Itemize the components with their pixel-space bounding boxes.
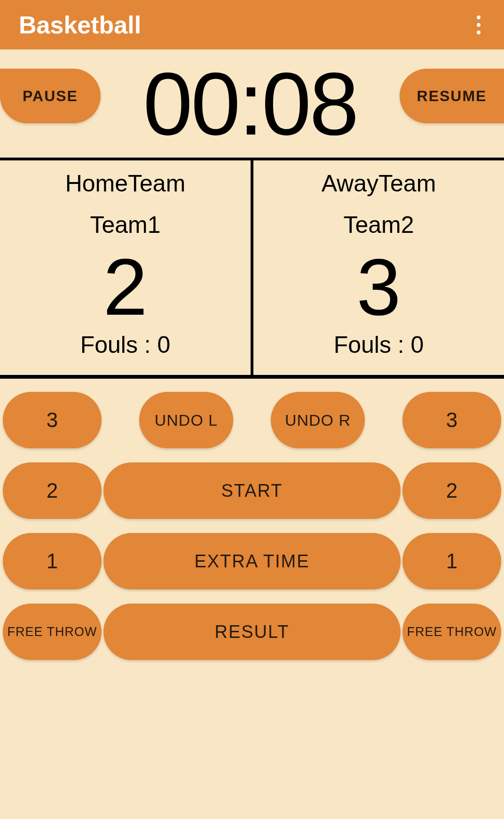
- controls-section: 3 UNDO L UNDO R 3 2 START 2 1 EXTRA TIME…: [0, 379, 504, 660]
- away-team-fouls: Fouls : 0: [334, 331, 424, 358]
- app-header: Basketball: [0, 0, 504, 49]
- resume-button[interactable]: RESUME: [400, 69, 504, 123]
- home-team-fouls: Fouls : 0: [80, 331, 171, 358]
- home-team-name: Team1: [90, 211, 160, 239]
- timer-section: PAUSE 00:08 RESUME: [0, 49, 504, 158]
- away-team-panel: AwayTeam Team2 3 Fouls : 0: [253, 160, 504, 375]
- extra-time-button[interactable]: EXTRA TIME: [103, 533, 401, 589]
- free-throw-left-button[interactable]: FREE THROW: [3, 604, 102, 660]
- pause-button[interactable]: PAUSE: [0, 69, 101, 123]
- add-3-right-button[interactable]: 3: [402, 392, 501, 448]
- add-1-right-button[interactable]: 1: [402, 533, 501, 589]
- add-3-left-button[interactable]: 3: [3, 392, 102, 448]
- away-team-score: 3: [356, 243, 401, 331]
- app-title: Basketball: [19, 11, 141, 39]
- add-2-right-button[interactable]: 2: [402, 462, 501, 519]
- control-row-2: 2 START 2: [3, 462, 501, 519]
- away-team-name: Team2: [343, 211, 414, 239]
- start-button[interactable]: START: [103, 462, 401, 519]
- away-team-label: AwayTeam: [322, 170, 436, 197]
- score-section: HomeTeam Team1 2 Fouls : 0 AwayTeam Team…: [0, 158, 504, 379]
- control-row-1: 3 UNDO L UNDO R 3: [3, 392, 501, 448]
- free-throw-right-button[interactable]: FREE THROW: [402, 604, 501, 660]
- undo-left-button[interactable]: UNDO L: [139, 392, 233, 448]
- more-menu-icon[interactable]: [472, 11, 485, 39]
- home-team-score: 2: [103, 243, 148, 331]
- home-team-panel: HomeTeam Team1 2 Fouls : 0: [0, 160, 253, 375]
- control-row-3: 1 EXTRA TIME 1: [3, 533, 501, 589]
- result-button[interactable]: RESULT: [103, 604, 401, 660]
- control-row-4: FREE THROW RESULT FREE THROW: [3, 604, 501, 660]
- home-team-label: HomeTeam: [65, 170, 186, 197]
- timer-display: 00:08: [143, 59, 357, 148]
- add-1-left-button[interactable]: 1: [3, 533, 102, 589]
- undo-right-button[interactable]: UNDO R: [271, 392, 365, 448]
- add-2-left-button[interactable]: 2: [3, 462, 102, 519]
